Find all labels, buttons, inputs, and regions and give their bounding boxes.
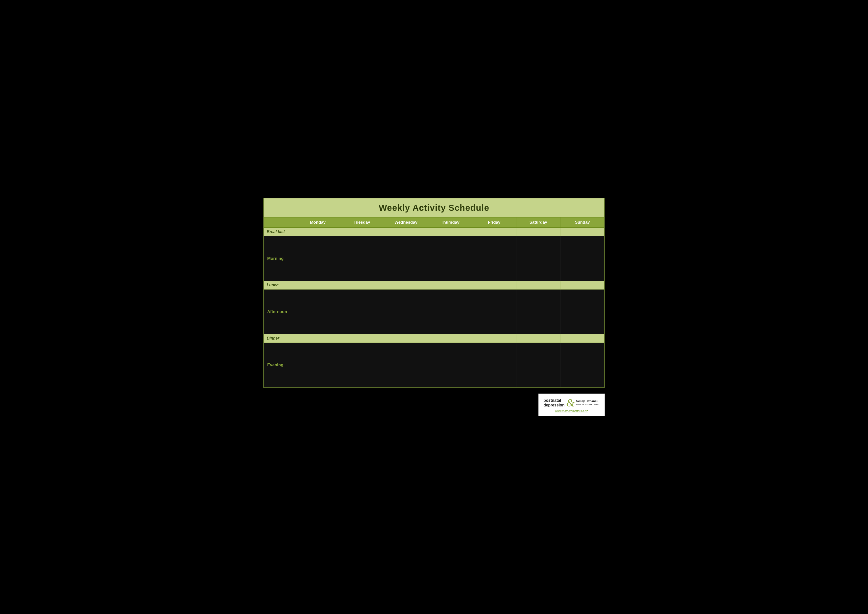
breakfast-tue[interactable] <box>340 228 384 236</box>
dinner-wed[interactable] <box>384 334 428 343</box>
afternoon-sun[interactable] <box>560 289 604 334</box>
breakfast-sat[interactable] <box>516 228 560 236</box>
afternoon-sat[interactable] <box>516 289 560 334</box>
morning-tue[interactable] <box>340 236 384 281</box>
evening-mon[interactable] <box>296 343 340 387</box>
lunch-sat[interactable] <box>516 281 560 289</box>
afternoon-tue[interactable] <box>340 289 384 334</box>
morning-mon[interactable] <box>296 236 340 281</box>
header-row: Monday Tuesday Wednesday Thursday Friday… <box>264 218 604 228</box>
dinner-thu[interactable] <box>428 334 472 343</box>
dinner-sun[interactable] <box>560 334 604 343</box>
logo-area: postnatal depression & family · whanau N… <box>263 393 605 416</box>
evening-row: Evening <box>264 343 604 387</box>
lunch-thu[interactable] <box>428 281 472 289</box>
header-thursday: Thursday <box>428 218 472 228</box>
header-monday: Monday <box>296 218 340 228</box>
dinner-label: Dinner <box>264 334 296 343</box>
logo-top: postnatal depression & family · whanau N… <box>544 397 600 409</box>
afternoon-wed[interactable] <box>384 289 428 334</box>
lunch-label: Lunch <box>264 281 296 289</box>
logo-line1: postnatal <box>544 398 565 403</box>
morning-thu[interactable] <box>428 236 472 281</box>
title-cell: Weekly Activity Schedule <box>264 198 604 218</box>
lunch-fri[interactable] <box>472 281 516 289</box>
evening-label: Evening <box>264 343 296 387</box>
afternoon-fri[interactable] <box>472 289 516 334</box>
ampersand-icon: & <box>566 397 575 409</box>
logo-text-right: family · whanau NEW ZEALAND TRUST <box>576 399 600 406</box>
header-wednesday: Wednesday <box>384 218 428 228</box>
breakfast-mon[interactable] <box>296 228 340 236</box>
schedule-wrapper: Weekly Activity Schedule Monday Tuesday … <box>263 198 605 388</box>
morning-fri[interactable] <box>472 236 516 281</box>
lunch-label-row: Lunch <box>264 281 604 289</box>
dinner-sat[interactable] <box>516 334 560 343</box>
lunch-wed[interactable] <box>384 281 428 289</box>
logo-box: postnatal depression & family · whanau N… <box>538 393 605 416</box>
evening-wed[interactable] <box>384 343 428 387</box>
header-sunday: Sunday <box>560 218 604 228</box>
lunch-sun[interactable] <box>560 281 604 289</box>
breakfast-label-row: Breakfast <box>264 228 604 236</box>
logo-url[interactable]: www.mothersmatter.co.nz <box>555 409 588 412</box>
breakfast-label: Breakfast <box>264 228 296 236</box>
afternoon-thu[interactable] <box>428 289 472 334</box>
dinner-mon[interactable] <box>296 334 340 343</box>
logo-right-line2: NEW ZEALAND TRUST <box>576 404 600 406</box>
afternoon-row: Afternoon <box>264 289 604 334</box>
dinner-tue[interactable] <box>340 334 384 343</box>
morning-wed[interactable] <box>384 236 428 281</box>
breakfast-thu[interactable] <box>428 228 472 236</box>
morning-sun[interactable] <box>560 236 604 281</box>
evening-tue[interactable] <box>340 343 384 387</box>
afternoon-label: Afternoon <box>264 289 296 334</box>
logo-line2: depression <box>544 403 565 407</box>
header-saturday: Saturday <box>516 218 560 228</box>
header-empty <box>264 218 296 228</box>
breakfast-wed[interactable] <box>384 228 428 236</box>
schedule-title: Weekly Activity Schedule <box>379 203 489 213</box>
logo-right-line1: family · whanau <box>576 399 600 404</box>
dinner-fri[interactable] <box>472 334 516 343</box>
breakfast-sun[interactable] <box>560 228 604 236</box>
afternoon-mon[interactable] <box>296 289 340 334</box>
evening-sun[interactable] <box>560 343 604 387</box>
title-row: Weekly Activity Schedule <box>264 198 604 218</box>
logo-text-left: postnatal depression <box>544 398 565 407</box>
header-friday: Friday <box>472 218 516 228</box>
morning-sat[interactable] <box>516 236 560 281</box>
header-tuesday: Tuesday <box>340 218 384 228</box>
morning-label: Morning <box>264 236 296 281</box>
evening-fri[interactable] <box>472 343 516 387</box>
evening-sat[interactable] <box>516 343 560 387</box>
breakfast-fri[interactable] <box>472 228 516 236</box>
morning-row: Morning <box>264 236 604 281</box>
evening-thu[interactable] <box>428 343 472 387</box>
lunch-mon[interactable] <box>296 281 340 289</box>
dinner-label-row: Dinner <box>264 334 604 343</box>
schedule-table: Weekly Activity Schedule Monday Tuesday … <box>263 198 605 388</box>
lunch-tue[interactable] <box>340 281 384 289</box>
